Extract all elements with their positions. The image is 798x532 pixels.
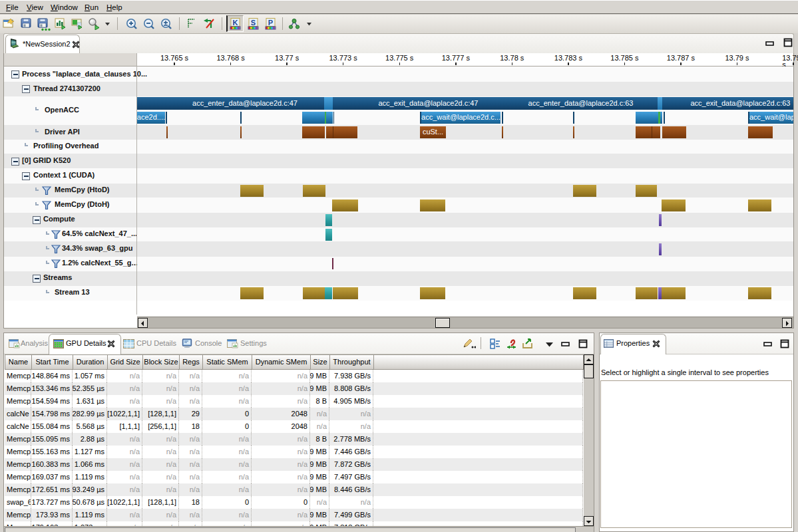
svg-text:K: K (233, 19, 238, 27)
svg-text:S: S (251, 19, 256, 27)
svg-text:P: P (268, 19, 273, 27)
